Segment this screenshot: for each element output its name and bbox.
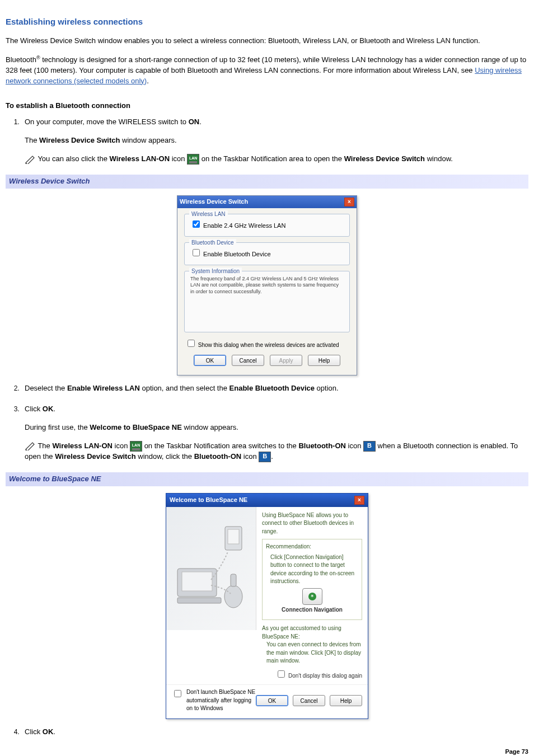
step-1: On your computer, move the WIRELESS swit… — [21, 117, 528, 165]
dont-display-checkbox[interactable] — [278, 670, 285, 678]
text: window appears. — [120, 136, 176, 144]
text: icon — [346, 442, 363, 450]
checkbox-label: Enable 2.4 GHz Wireless LAN — [203, 222, 285, 229]
connection-navigation-button[interactable]: ✶ — [302, 588, 322, 605]
text-bold: Bluetooth-ON — [194, 452, 241, 461]
group-label: Wireless LAN — [189, 210, 228, 219]
note-block: You can also click the Wireless LAN-ON i… — [25, 154, 528, 165]
step-2: Deselect the Enable Wireless LAN option,… — [21, 383, 528, 394]
checkbox-label: Don't display this dialog again — [288, 673, 362, 679]
dont-launch-checkbox[interactable] — [174, 690, 181, 697]
enable-bluetooth-option[interactable]: Enable Bluetooth Device — [190, 251, 271, 257]
intro-paragraph-2: Bluetooth® technology is designed for a … — [6, 54, 528, 87]
ok-button[interactable]: OK — [256, 695, 288, 706]
text-bold: Wireless Device Switch — [344, 154, 425, 163]
page-title: Establishing wireless connections — [6, 16, 528, 28]
help-button[interactable]: Help — [308, 355, 340, 366]
text: During first use, the — [25, 423, 90, 431]
text: on the Taskbar Notification area switche… — [142, 442, 298, 450]
group-label: Bluetooth Device — [189, 239, 236, 247]
text: window. — [425, 154, 453, 163]
text-bold: Bluetooth-ON — [298, 442, 345, 450]
recommendation-text: Click [Connection Navigation] button to … — [266, 551, 358, 586]
note-block: The Wireless LAN-ON icon on the Taskbar … — [25, 441, 528, 462]
accustom-text-2: You can even connect to devices from the… — [262, 641, 362, 665]
bluespace-window: Welcome to BlueSpace NE × Using BlueSpac… — [166, 493, 368, 719]
system-information-group: System Information The frequency band of… — [184, 271, 350, 332]
text: window, click the — [136, 452, 194, 461]
svg-point-5 — [224, 585, 242, 608]
text: . — [199, 118, 202, 126]
wireless-lan-group: Wireless LAN Enable 2.4 GHz Wireless LAN — [184, 214, 350, 237]
text: icon — [170, 154, 187, 163]
text-bold: Wireless LAN-ON — [110, 154, 170, 163]
text-bold: Wireless Device Switch — [39, 136, 120, 144]
close-icon[interactable]: × — [354, 496, 364, 505]
window-title-text: Welcome to BlueSpace NE — [170, 496, 247, 505]
text-bold: Enable Wireless LAN — [67, 384, 140, 392]
step-3: Click OK. During first use, the Welcome … — [21, 404, 528, 462]
apply-button[interactable]: Apply — [270, 355, 302, 366]
cancel-button[interactable]: Cancel — [232, 355, 264, 366]
checkbox-label: Show this dialog when the wireless devic… — [198, 342, 339, 348]
text: Bluetooth — [6, 55, 36, 64]
text-bold: Enable Bluetooth Device — [229, 384, 315, 392]
svg-rect-1 — [182, 572, 212, 591]
figure-caption-bluespace: Welcome to BlueSpace NE — [6, 472, 528, 486]
text: . — [147, 77, 149, 85]
text-bold: Wireless Device Switch — [55, 452, 135, 461]
text: The — [25, 136, 39, 144]
text: option, and then select the — [140, 384, 229, 392]
text-bold: Wireless LAN-ON — [52, 442, 113, 450]
enable-wlan-option[interactable]: Enable 2.4 GHz Wireless LAN — [190, 222, 285, 229]
page-number: Page 73 — [6, 748, 528, 756]
text-bold: OK — [43, 727, 54, 736]
step-4: Click OK. — [21, 727, 528, 738]
text: on the Taskbar Notification area to open… — [199, 154, 344, 163]
svg-rect-2 — [177, 598, 221, 603]
group-label: System Information — [189, 267, 242, 276]
ok-button[interactable]: OK — [194, 355, 226, 366]
text: Deselect the — [25, 384, 67, 392]
svg-rect-6 — [231, 574, 236, 586]
window-titlebar: Welcome to BlueSpace NE × — [166, 494, 368, 507]
system-info-text: The frequency band of 2.4 GHz Wireless L… — [190, 276, 344, 326]
enable-wlan-checkbox[interactable] — [193, 220, 200, 228]
wireless-device-switch-window: Wireless Device Switch × Wireless LAN En… — [177, 195, 357, 375]
wireless-lan-on-icon — [130, 441, 142, 452]
bluetooth-on-icon — [363, 441, 376, 452]
bluetooth-on-icon — [259, 452, 271, 462]
show-dialog-checkbox[interactable] — [188, 340, 195, 347]
registered-symbol: ® — [36, 55, 40, 60]
text: You can also click the — [38, 154, 109, 163]
enable-bluetooth-checkbox[interactable] — [193, 249, 200, 256]
dont-display-option[interactable]: Don't display this dialog again — [275, 673, 362, 679]
window-title-text: Wireless Device Switch — [180, 198, 248, 206]
text: . — [53, 405, 55, 413]
svg-rect-4 — [228, 529, 239, 544]
note-icon — [25, 155, 36, 164]
cancel-button[interactable]: Cancel — [293, 695, 325, 706]
text-bold: Welcome to BlueSpace NE — [90, 423, 181, 431]
bluetooth-device-group: Bluetooth Device Enable Bluetooth Device — [184, 242, 350, 265]
close-icon[interactable]: × — [344, 198, 354, 206]
intro-paragraph-1: The Wireless Device Switch window enable… — [6, 36, 528, 46]
text: The — [38, 442, 52, 450]
show-dialog-option[interactable]: Show this dialog when the wireless devic… — [185, 342, 339, 348]
text: technology is designed for a short-range… — [6, 55, 526, 74]
text: icon — [241, 452, 259, 461]
help-button[interactable]: Help — [330, 695, 362, 706]
bluespace-description: Using BlueSpace NE allows you to connect… — [262, 511, 362, 536]
figure-caption-wds: Wireless Device Switch — [6, 175, 528, 189]
accustom-text-1: As you get accustomed to using BlueSpace… — [262, 624, 362, 641]
bluespace-illustration — [166, 507, 256, 630]
text: On your computer, move the WIRELESS swit… — [25, 118, 189, 126]
text-bold: ON — [189, 118, 200, 126]
note-icon — [25, 442, 36, 450]
text: Click — [25, 405, 43, 413]
sub-heading: To establish a Bluetooth connection — [6, 101, 528, 111]
recommendation-label: Recommendation: — [266, 543, 358, 551]
recommendation-box: Recommendation: Click [Connection Naviga… — [262, 539, 362, 620]
text: option. — [315, 384, 339, 392]
text: window appears. — [182, 423, 238, 431]
